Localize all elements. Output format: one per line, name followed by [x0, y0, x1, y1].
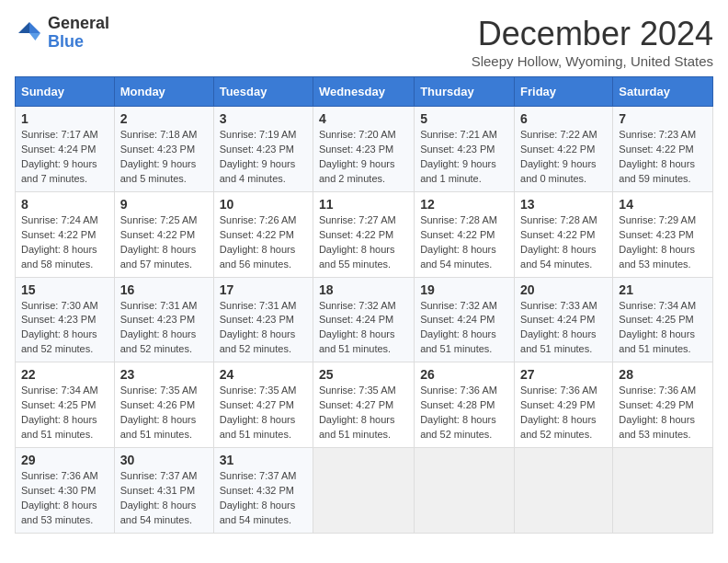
- calendar-cell: [415, 448, 515, 534]
- sunset-label: Sunset: 4:23 PM: [619, 229, 693, 240]
- day-info: Sunrise: 7:32 AM Sunset: 4:24 PM Dayligh…: [319, 299, 408, 358]
- calendar-cell: 19 Sunrise: 7:32 AM Sunset: 4:24 PM Dayl…: [415, 277, 515, 362]
- sunset-label: Sunset: 4:25 PM: [619, 314, 693, 325]
- sunset-label: Sunset: 4:22 PM: [220, 229, 294, 240]
- sunset-label: Sunset: 4:24 PM: [520, 314, 595, 325]
- day-number: 22: [21, 367, 108, 382]
- sunrise-label: Sunrise: 7:26 AM: [220, 214, 297, 225]
- day-number: 6: [520, 111, 607, 126]
- sunset-label: Sunset: 4:32 PM: [220, 485, 294, 496]
- day-number: 28: [619, 367, 707, 382]
- sunrise-label: Sunrise: 7:34 AM: [619, 300, 696, 311]
- logo-icon: [15, 18, 44, 48]
- page-header: General Blue December 2024 Sleepy Hollow…: [15, 15, 713, 69]
- sunset-label: Sunset: 4:24 PM: [319, 314, 393, 325]
- sunset-label: Sunset: 4:25 PM: [21, 399, 96, 410]
- sunset-label: Sunset: 4:30 PM: [21, 485, 96, 496]
- daylight-label: Daylight: 8 hours and 51 minutes.: [420, 328, 496, 354]
- daylight-label: Daylight: 9 hours and 4 minutes.: [220, 158, 296, 184]
- day-info: Sunrise: 7:21 AM Sunset: 4:23 PM Dayligh…: [420, 128, 508, 187]
- sunset-label: Sunset: 4:29 PM: [619, 399, 693, 410]
- sunrise-label: Sunrise: 7:31 AM: [220, 300, 297, 311]
- sunset-label: Sunset: 4:22 PM: [319, 229, 393, 240]
- day-info: Sunrise: 7:20 AM Sunset: 4:23 PM Dayligh…: [319, 128, 408, 187]
- sunrise-label: Sunrise: 7:27 AM: [319, 214, 396, 225]
- day-info: Sunrise: 7:28 AM Sunset: 4:22 PM Dayligh…: [520, 213, 607, 272]
- sunrise-label: Sunrise: 7:22 AM: [520, 129, 597, 140]
- sunset-label: Sunset: 4:23 PM: [319, 144, 393, 155]
- calendar-table: SundayMondayTuesdayWednesdayThursdayFrid…: [15, 76, 713, 534]
- daylight-label: Daylight: 8 hours and 53 minutes.: [21, 500, 97, 525]
- daylight-label: Daylight: 8 hours and 51 minutes.: [520, 328, 597, 354]
- day-of-week-header: Tuesday: [213, 77, 313, 107]
- calendar-cell: 25 Sunrise: 7:35 AM Sunset: 4:27 PM Dayl…: [313, 362, 414, 448]
- location: Sleepy Hollow, Wyoming, United States: [472, 53, 713, 69]
- day-number: 16: [120, 282, 208, 297]
- sunset-label: Sunset: 4:24 PM: [420, 314, 495, 325]
- daylight-label: Daylight: 8 hours and 54 minutes.: [520, 244, 597, 270]
- sunrise-label: Sunrise: 7:33 AM: [520, 300, 597, 311]
- day-info: Sunrise: 7:36 AM Sunset: 4:29 PM Dayligh…: [520, 384, 607, 442]
- calendar-cell: 31 Sunrise: 7:37 AM Sunset: 4:32 PM Dayl…: [213, 448, 313, 534]
- day-number: 9: [120, 197, 208, 212]
- sunset-label: Sunset: 4:23 PM: [120, 314, 195, 325]
- day-info: Sunrise: 7:37 AM Sunset: 4:32 PM Dayligh…: [220, 469, 307, 528]
- calendar-cell: 10 Sunrise: 7:26 AM Sunset: 4:22 PM Dayl…: [213, 191, 313, 277]
- calendar-cell: [313, 448, 414, 534]
- day-number: 8: [21, 197, 108, 212]
- day-info: Sunrise: 7:35 AM Sunset: 4:26 PM Dayligh…: [120, 384, 208, 442]
- sunset-label: Sunset: 4:27 PM: [220, 399, 294, 410]
- calendar-cell: 15 Sunrise: 7:30 AM Sunset: 4:23 PM Dayl…: [16, 277, 115, 362]
- sunrise-label: Sunrise: 7:36 AM: [619, 385, 696, 396]
- calendar-cell: [613, 448, 713, 534]
- daylight-label: Daylight: 8 hours and 52 minutes.: [420, 414, 496, 440]
- calendar-cell: 7 Sunrise: 7:23 AM Sunset: 4:22 PM Dayli…: [613, 107, 713, 192]
- day-of-week-header: Saturday: [613, 77, 713, 107]
- day-number: 10: [220, 197, 307, 212]
- calendar-cell: 6 Sunrise: 7:22 AM Sunset: 4:22 PM Dayli…: [515, 107, 613, 192]
- day-info: Sunrise: 7:29 AM Sunset: 4:23 PM Dayligh…: [619, 213, 707, 272]
- day-info: Sunrise: 7:22 AM Sunset: 4:22 PM Dayligh…: [520, 128, 607, 187]
- sunset-label: Sunset: 4:23 PM: [21, 314, 96, 325]
- day-number: 7: [619, 111, 707, 126]
- daylight-label: Daylight: 8 hours and 51 minutes.: [319, 414, 395, 440]
- calendar-cell: 5 Sunrise: 7:21 AM Sunset: 4:23 PM Dayli…: [415, 107, 515, 192]
- daylight-label: Daylight: 8 hours and 56 minutes.: [220, 244, 296, 270]
- day-info: Sunrise: 7:31 AM Sunset: 4:23 PM Dayligh…: [220, 299, 307, 358]
- sunset-label: Sunset: 4:22 PM: [520, 229, 595, 240]
- daylight-label: Daylight: 8 hours and 59 minutes.: [619, 158, 695, 184]
- svg-marker-1: [29, 33, 40, 40]
- calendar-cell: 20 Sunrise: 7:33 AM Sunset: 4:24 PM Dayl…: [515, 277, 613, 362]
- daylight-label: Daylight: 8 hours and 51 minutes.: [21, 414, 97, 440]
- sunset-label: Sunset: 4:22 PM: [120, 229, 195, 240]
- day-number: 15: [21, 282, 108, 297]
- day-of-week-header: Friday: [515, 77, 613, 107]
- daylight-label: Daylight: 8 hours and 54 minutes.: [420, 244, 496, 270]
- sunrise-label: Sunrise: 7:24 AM: [21, 214, 98, 225]
- daylight-label: Daylight: 8 hours and 57 minutes.: [120, 244, 197, 270]
- sunrise-label: Sunrise: 7:35 AM: [120, 385, 198, 396]
- daylight-label: Daylight: 8 hours and 51 minutes.: [120, 414, 197, 440]
- month-title: December 2024: [472, 15, 713, 53]
- day-info: Sunrise: 7:30 AM Sunset: 4:23 PM Dayligh…: [21, 299, 108, 358]
- day-number: 31: [220, 453, 307, 467]
- calendar-cell: 21 Sunrise: 7:34 AM Sunset: 4:25 PM Dayl…: [613, 277, 713, 362]
- day-number: 1: [21, 111, 108, 126]
- calendar-cell: 30 Sunrise: 7:37 AM Sunset: 4:31 PM Dayl…: [114, 448, 213, 534]
- sunrise-label: Sunrise: 7:31 AM: [120, 300, 198, 311]
- sunrise-label: Sunrise: 7:37 AM: [120, 470, 198, 481]
- day-info: Sunrise: 7:31 AM Sunset: 4:23 PM Dayligh…: [120, 299, 208, 358]
- calendar-cell: 4 Sunrise: 7:20 AM Sunset: 4:23 PM Dayli…: [313, 107, 414, 192]
- daylight-label: Daylight: 8 hours and 51 minutes.: [319, 328, 395, 354]
- day-number: 4: [319, 111, 408, 126]
- sunset-label: Sunset: 4:22 PM: [420, 229, 495, 240]
- sunset-label: Sunset: 4:27 PM: [319, 399, 393, 410]
- sunrise-label: Sunrise: 7:30 AM: [21, 300, 98, 311]
- daylight-label: Daylight: 8 hours and 54 minutes.: [220, 500, 296, 525]
- sunrise-label: Sunrise: 7:28 AM: [420, 214, 497, 225]
- sunrise-label: Sunrise: 7:36 AM: [420, 385, 497, 396]
- sunrise-label: Sunrise: 7:37 AM: [220, 470, 297, 481]
- daylight-label: Daylight: 9 hours and 1 minute.: [420, 158, 496, 184]
- day-number: 23: [120, 367, 208, 382]
- daylight-label: Daylight: 9 hours and 7 minutes.: [21, 158, 97, 184]
